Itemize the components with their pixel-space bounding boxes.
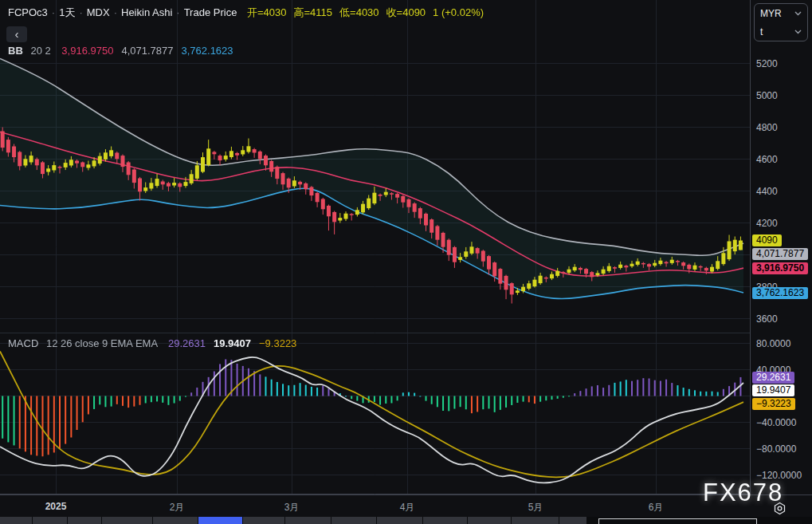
price-badge: 4,071.7877 (752, 248, 808, 260)
price-tick: 4200 (756, 218, 778, 229)
symbol-info-bar: FCPOc3·1天·MDX·Heikin Ashi·Trade Price 开=… (8, 6, 484, 20)
bb-legend-title: BB (8, 45, 23, 57)
bollinger-legend[interactable]: BB 20 2 3,916.97504,071.78773,762.1623 (8, 45, 233, 57)
taskbar-segment[interactable] (377, 517, 422, 524)
taskbar-segment[interactable] (0, 517, 32, 524)
currency-value: MYR (760, 8, 782, 19)
taskbar-segment-active[interactable] (198, 517, 242, 524)
taskbar-segment[interactable] (423, 517, 467, 524)
taskbar-segment[interactable] (512, 517, 559, 524)
ohlc-values: 开=4030高=4115低=4030收=40901 (+0.02%) (240, 6, 484, 18)
bb-legend-values: 3,916.97504,071.78773,762.1623 (53, 45, 233, 57)
macd-badge: −9.3223 (752, 398, 795, 410)
macd-badge: 29.2631 (752, 372, 794, 384)
price-tick: 4600 (756, 154, 778, 165)
separator: · (114, 6, 117, 18)
taskbar-segment[interactable] (468, 517, 511, 524)
symbol-description[interactable]: FCPOc3·1天·MDX·Heikin Ashi·Trade Price (8, 6, 237, 18)
ohlc-field: 1 (+0.02%) (433, 6, 484, 18)
trading-chart-app: FCPOc3·1天·MDX·Heikin Ashi·Trade Price 开=… (0, 0, 812, 524)
unit-dropdown[interactable]: t (755, 22, 807, 41)
ohlc-field: 低=4030 (339, 6, 379, 18)
gear-icon[interactable] (773, 502, 787, 518)
back-button[interactable]: ‹ (6, 26, 27, 42)
macd-badge: 19.9407 (752, 384, 794, 396)
legend-value: 4,071.7877 (121, 45, 173, 57)
separator: · (79, 6, 82, 18)
bb-legend-params: 20 2 (30, 45, 50, 57)
time-label: 2月 (170, 501, 185, 514)
taskbar-window-box[interactable] (598, 518, 757, 524)
symbol-part[interactable]: 1天 (59, 6, 75, 18)
price-badge: 3,916.9750 (752, 262, 808, 274)
price-tick: 4800 (756, 122, 778, 133)
ohlc-field: 开=4030 (247, 6, 287, 18)
legend-value: −9.3223 (259, 337, 296, 349)
price-tick: 5000 (756, 90, 778, 101)
separator: · (52, 6, 55, 18)
symbol-part[interactable]: MDX (87, 6, 110, 18)
taskbar-segment[interactable] (331, 517, 376, 524)
legend-value: 3,916.9750 (61, 45, 113, 57)
price-tick: 3600 (756, 313, 778, 325)
separator: · (176, 6, 179, 18)
chevron-down-icon (794, 11, 802, 16)
taskbar-segment[interactable] (153, 517, 198, 524)
chevron-left-icon: ‹ (15, 27, 19, 41)
macd-legend[interactable]: MACD 12 26 close 9 EMA EMA 29.263119.940… (8, 337, 296, 349)
macd-tick: −80.0000 (756, 443, 796, 455)
macd-tick: 80.0000 (756, 338, 790, 349)
chevron-down-icon (794, 30, 802, 34)
fx678-watermark: FX678 (703, 479, 783, 507)
time-label: 4月 (400, 501, 415, 514)
time-label: 6月 (649, 501, 664, 514)
axis-unit-controls: MYR t (754, 3, 808, 41)
price-badge: 3,762.1623 (752, 287, 808, 299)
price-tick: 5200 (756, 58, 778, 69)
macd-legend-title: MACD (8, 337, 38, 349)
ohlc-field: 收=4090 (386, 6, 426, 18)
unit-value: t (760, 26, 763, 37)
price-chart-canvas[interactable] (0, 0, 750, 494)
time-label: 5月 (528, 501, 543, 514)
time-label: 2025 (45, 501, 67, 512)
bottom-taskbar-strip (0, 517, 812, 524)
legend-value: 19.9407 (214, 337, 251, 349)
price-badge: 4090 (752, 234, 782, 246)
legend-value: 29.2631 (168, 337, 206, 349)
taskbar-segment[interactable] (559, 517, 586, 524)
price-tick: 4400 (756, 186, 778, 197)
macd-tick: −40.0000 (756, 417, 796, 428)
currency-dropdown[interactable]: MYR (755, 4, 807, 22)
taskbar-segment[interactable] (243, 517, 284, 524)
ohlc-field: 高=4115 (294, 6, 333, 18)
macd-legend-values: 29.263119.9407−9.3223 (160, 337, 296, 349)
taskbar-segment[interactable] (68, 517, 101, 524)
symbol-part[interactable]: FCPOc3 (8, 6, 48, 18)
time-label: 3月 (284, 501, 300, 514)
symbol-part[interactable]: Heikin Ashi (121, 6, 172, 18)
macd-legend-params: 12 26 close 9 EMA EMA (46, 337, 157, 349)
time-axis[interactable]: 20252月3月4月5月6月 (0, 494, 812, 518)
price-axis[interactable]: 5200500048004600440042003800360080.00004… (750, 0, 812, 517)
taskbar-segment[interactable] (102, 517, 152, 524)
legend-value: 3,762.1623 (182, 45, 233, 57)
taskbar-segment[interactable] (33, 517, 67, 524)
taskbar-segment[interactable] (285, 517, 331, 524)
symbol-part[interactable]: Trade Price (184, 6, 237, 18)
